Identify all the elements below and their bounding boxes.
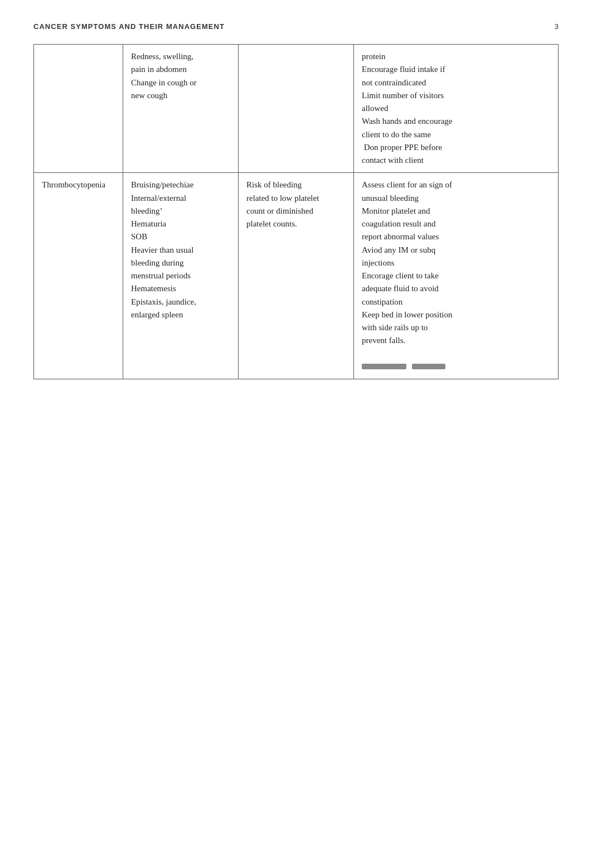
cell-text: menstrual periods <box>131 269 230 282</box>
cell-text: Encorage client to take <box>362 269 550 282</box>
condition-label: Thrombocytopenia <box>42 179 115 191</box>
cell-text: Hematemesis <box>131 282 230 295</box>
cell-management-thrombocytopenia: Assess client for an sign of unusual ble… <box>354 173 559 379</box>
cell-text: related to low platelet <box>246 192 346 205</box>
redacted-bar <box>362 364 406 369</box>
cell-text: Assess client for an sign of <box>362 179 550 191</box>
cell-text: injections <box>362 257 550 269</box>
cell-text: client to do the same <box>362 128 550 141</box>
table-row: Thrombocytopenia Bruising/petechiae Inte… <box>34 173 559 379</box>
cell-text: Epistaxis, jaundice, <box>131 296 230 308</box>
cell-text: Risk of bleeding <box>246 179 346 191</box>
cell-text: platelet counts. <box>246 218 346 230</box>
main-table: Redness, swelling, pain in abdomen Chang… <box>33 44 559 379</box>
cell-text: unusual bleeding <box>362 192 550 205</box>
cell-text: not contraindicated <box>362 76 550 89</box>
cell-text: Hematuria <box>131 218 230 230</box>
cell-text: bleeding during <box>131 257 230 269</box>
cell-text: Don proper PPE before <box>362 141 550 154</box>
page-number: 3 <box>555 22 559 31</box>
cell-text: enlarged spleen <box>131 308 230 321</box>
cell-text: Internal/external <box>131 192 230 205</box>
cell-text: Keep bed in lower position <box>362 308 550 321</box>
cell-text: report abnormal values <box>362 230 550 243</box>
table-row: Redness, swelling, pain in abdomen Chang… <box>34 45 559 173</box>
cell-condition-thrombocytopenia: Thrombocytopenia <box>34 173 123 379</box>
cell-text: protein <box>362 50 550 63</box>
cell-text: Encourage fluid intake if <box>362 63 550 76</box>
cell-text: Wash hands and encourage <box>362 115 550 128</box>
cell-signs-top: Redness, swelling, pain in abdomen Chang… <box>123 45 238 173</box>
cell-text: Change in cough or <box>131 76 230 89</box>
cell-text: coagulation result and <box>362 218 550 230</box>
cell-signs-thrombocytopenia: Bruising/petechiae Internal/external ble… <box>123 173 238 379</box>
cell-text: Aviod any IM or subq <box>362 244 550 257</box>
cell-pathophysiology-top <box>238 45 353 173</box>
cell-text: allowed <box>362 102 550 115</box>
cell-text: adequate fluid to avoid <box>362 282 550 295</box>
page-header: CANCER SYMPTOMS AND THEIR MANAGEMENT 3 <box>33 22 559 31</box>
cell-text: Monitor platelet and <box>362 205 550 218</box>
cell-text: contact with client <box>362 154 550 167</box>
cell-text: bleeding’ <box>131 205 230 218</box>
cell-text: Heavier than usual <box>131 244 230 257</box>
cell-text: with side rails up to <box>362 321 550 334</box>
cell-text: new cough <box>131 89 230 102</box>
cell-condition-empty <box>34 45 123 173</box>
redacted-bar <box>412 364 445 369</box>
cell-text: SOB <box>131 230 230 243</box>
cell-text: Bruising/petechiae <box>131 179 230 191</box>
cell-text: Limit number of visitors <box>362 89 550 102</box>
cell-text: pain in abdomen <box>131 63 230 76</box>
cell-text: count or diminished <box>246 205 346 218</box>
cell-text: prevent falls. <box>362 334 550 347</box>
cell-text: constipation <box>362 296 550 308</box>
cell-management-top: protein Encourage fluid intake if not co… <box>354 45 559 173</box>
cell-pathophysiology-thrombocytopenia: Risk of bleeding related to low platelet… <box>238 173 353 379</box>
page-title: CANCER SYMPTOMS AND THEIR MANAGEMENT <box>33 22 225 31</box>
cell-text: Redness, swelling, <box>131 50 230 63</box>
